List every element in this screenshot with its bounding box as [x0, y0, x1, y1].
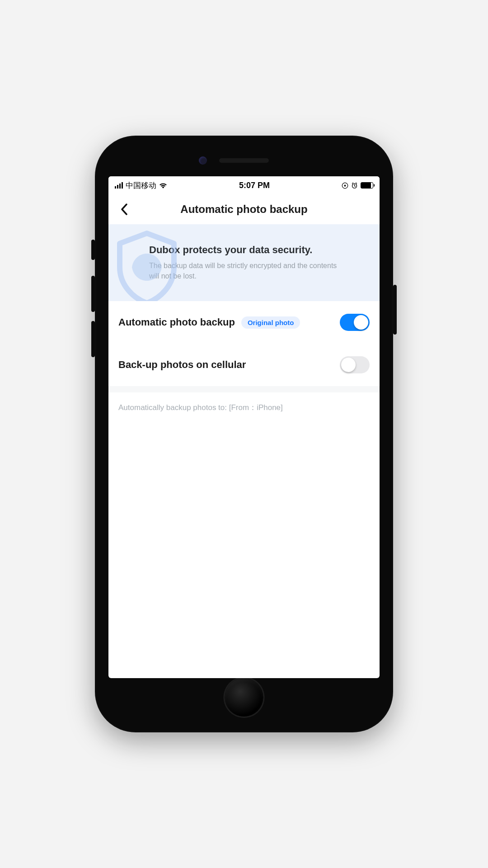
shield-icon — [113, 229, 181, 301]
svg-rect-1 — [344, 184, 346, 186]
status-time: 5:07 PM — [239, 181, 270, 190]
toggle-knob — [354, 315, 368, 330]
orientation-lock-icon — [342, 182, 348, 189]
backup-destination-text: Automatically backup photos to: [From：iP… — [108, 392, 380, 423]
row-automatic-photo-backup: Automatic photo backup Original photo — [108, 301, 380, 344]
alarm-icon — [351, 182, 358, 189]
battery-icon — [361, 182, 373, 189]
auto-backup-label: Automatic photo backup — [118, 316, 235, 328]
cellular-backup-label: Back-up photos on cellular — [118, 359, 246, 371]
carrier-label: 中国移动 — [126, 180, 156, 191]
row-cellular-backup: Back-up photos on cellular — [108, 344, 380, 386]
security-banner: Dubox protects your data security. The b… — [108, 224, 380, 301]
status-bar: 中国移动 5:07 PM — [108, 176, 380, 194]
nav-header: Automatic photo backup — [108, 194, 380, 224]
cellular-backup-toggle[interactable] — [340, 356, 370, 373]
banner-title: Dubox protects your data security. — [149, 244, 368, 256]
row-left: Automatic photo backup Original photo — [118, 316, 300, 329]
page-title: Automatic photo backup — [117, 203, 371, 216]
cellular-signal-icon — [115, 182, 123, 189]
wifi-icon — [159, 182, 167, 189]
status-right — [342, 182, 373, 189]
toggle-knob — [341, 358, 356, 372]
mute-switch — [91, 240, 95, 260]
row-left: Back-up photos on cellular — [118, 359, 246, 371]
volume-down-button — [91, 321, 95, 357]
phone-device-frame: 中国移动 5:07 PM — [95, 136, 393, 732]
volume-up-button — [91, 276, 95, 312]
settings-list: Automatic photo backup Original photo Ba… — [108, 301, 380, 386]
phone-speaker — [219, 158, 269, 163]
status-left: 中国移动 — [115, 180, 167, 191]
original-photo-badge[interactable]: Original photo — [241, 316, 300, 329]
screen: 中国移动 5:07 PM — [108, 176, 380, 678]
auto-backup-toggle[interactable] — [340, 314, 370, 331]
front-camera — [199, 156, 207, 165]
power-button — [393, 285, 397, 335]
section-divider — [108, 386, 380, 392]
home-button[interactable] — [225, 678, 263, 717]
